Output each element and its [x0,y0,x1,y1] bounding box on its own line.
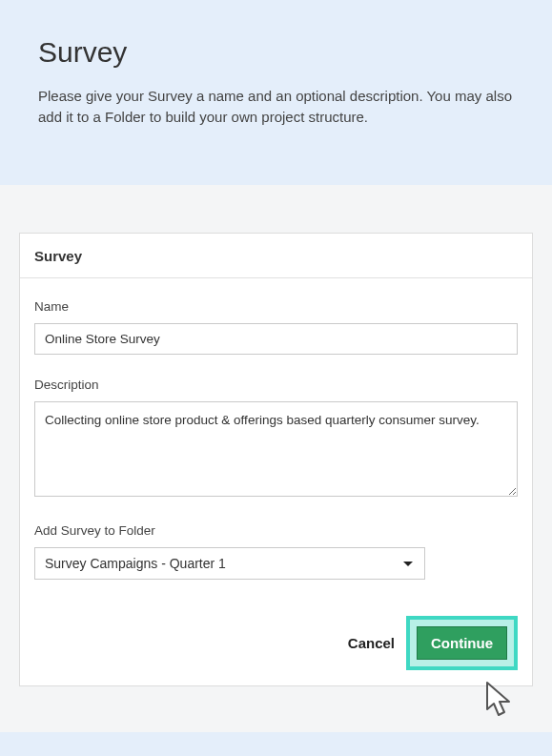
survey-card: Survey Name Description Add Survey to Fo… [19,233,533,686]
card-body: Name Description Add Survey to Folder Su… [20,278,532,685]
card-title: Survey [34,248,518,264]
folder-select-wrap: Survey Campaigns - Quarter 1 [34,547,425,580]
page-subtitle: Please give your Survey a name and an op… [38,86,514,128]
content-area: Survey Name Description Add Survey to Fo… [0,185,552,732]
header-section: Survey Please give your Survey a name an… [0,0,552,185]
description-input[interactable] [34,401,518,497]
name-field-group: Name [34,299,518,355]
name-input[interactable] [34,323,518,355]
card-header: Survey [20,234,532,278]
name-label: Name [34,299,518,314]
continue-button[interactable]: Continue [417,626,507,660]
cancel-button[interactable]: Cancel [344,627,399,659]
actions-row: Cancel Continue [34,616,518,670]
folder-select[interactable]: Survey Campaigns - Quarter 1 [34,547,425,580]
description-field-group: Description [34,378,518,501]
description-label: Description [34,378,518,392]
continue-highlight-box: Continue [406,616,518,670]
folder-label: Add Survey to Folder [34,523,518,538]
folder-field-group: Add Survey to Folder Survey Campaigns - … [34,523,518,580]
page-title: Survey [38,36,514,69]
